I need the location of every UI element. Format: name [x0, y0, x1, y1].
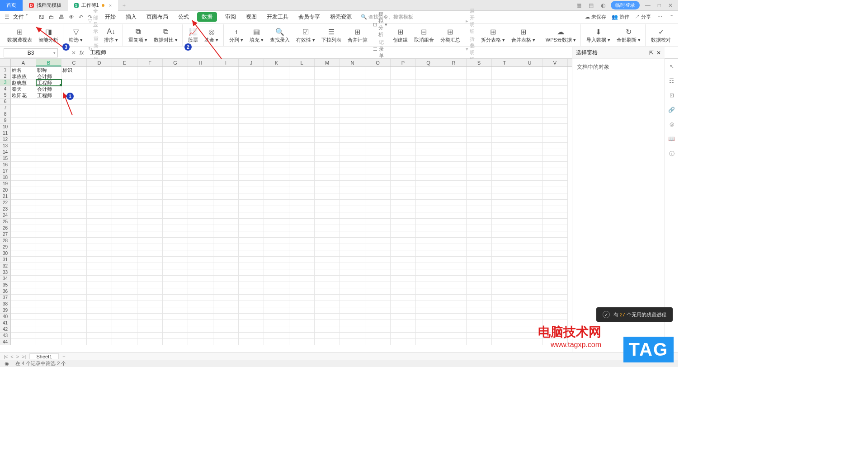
cell[interactable] — [264, 288, 289, 295]
cell[interactable] — [441, 193, 467, 200]
cell[interactable] — [289, 187, 315, 193]
cell[interactable] — [416, 124, 441, 130]
cell[interactable] — [112, 73, 137, 80]
cell[interactable] — [391, 124, 416, 130]
cell[interactable] — [542, 295, 568, 301]
cell[interactable] — [315, 149, 340, 155]
cell[interactable] — [264, 124, 289, 130]
cell[interactable] — [163, 231, 188, 238]
cell[interactable]: 工程师 — [36, 80, 61, 86]
cell[interactable] — [188, 250, 213, 257]
cell[interactable] — [492, 80, 517, 86]
cell[interactable] — [441, 67, 467, 73]
cell[interactable] — [340, 174, 365, 181]
cell[interactable] — [163, 155, 188, 162]
cell[interactable] — [542, 219, 568, 225]
cell[interactable] — [188, 314, 213, 320]
cell[interactable] — [441, 130, 467, 136]
cell[interactable] — [391, 339, 416, 345]
cell[interactable] — [163, 333, 188, 339]
cell[interactable] — [239, 276, 264, 282]
cell[interactable] — [517, 301, 542, 307]
cell[interactable] — [112, 162, 137, 168]
cell[interactable] — [239, 301, 264, 307]
cell[interactable] — [467, 320, 492, 326]
cell[interactable] — [467, 314, 492, 320]
cell[interactable] — [416, 73, 441, 80]
cell[interactable] — [36, 238, 61, 244]
cell[interactable] — [517, 200, 542, 206]
cell[interactable] — [492, 257, 517, 263]
cell[interactable] — [365, 212, 391, 219]
cell[interactable] — [61, 99, 87, 105]
cell[interactable] — [315, 136, 340, 143]
cell[interactable] — [416, 212, 441, 219]
cell[interactable] — [239, 238, 264, 244]
cell[interactable] — [188, 301, 213, 307]
cell[interactable] — [340, 238, 365, 244]
cell[interactable] — [61, 162, 87, 168]
cell[interactable] — [188, 92, 213, 99]
cell[interactable] — [315, 67, 340, 73]
cell[interactable] — [137, 250, 163, 257]
cell[interactable] — [61, 339, 87, 345]
cell[interactable] — [365, 200, 391, 206]
cell[interactable] — [137, 200, 163, 206]
cell[interactable] — [542, 282, 568, 288]
cell[interactable] — [416, 339, 441, 345]
cell[interactable] — [264, 212, 289, 219]
cell[interactable] — [416, 301, 441, 307]
cell[interactable] — [391, 181, 416, 187]
cell[interactable] — [61, 326, 87, 333]
cell[interactable] — [492, 295, 517, 301]
row-header[interactable]: 17 — [0, 168, 11, 174]
cell[interactable] — [340, 118, 365, 124]
cell[interactable] — [315, 244, 340, 250]
cell[interactable] — [467, 282, 492, 288]
cell[interactable] — [112, 276, 137, 282]
cell[interactable] — [467, 143, 492, 149]
cell[interactable] — [340, 86, 365, 92]
cell[interactable] — [315, 219, 340, 225]
cell[interactable] — [36, 143, 61, 149]
cell[interactable] — [61, 263, 87, 269]
cell[interactable] — [11, 288, 36, 295]
cell[interactable] — [188, 263, 213, 269]
cell[interactable] — [441, 244, 467, 250]
cell[interactable] — [112, 238, 137, 244]
cell[interactable] — [365, 282, 391, 288]
ungroup-button[interactable]: ⊟取消组合 — [411, 24, 437, 46]
cell[interactable] — [264, 333, 289, 339]
record-macro-icon[interactable]: ◉ — [5, 361, 9, 367]
cell[interactable] — [213, 174, 239, 181]
cell[interactable] — [340, 162, 365, 168]
cell[interactable] — [467, 263, 492, 269]
cell[interactable] — [542, 231, 568, 238]
cell[interactable] — [441, 200, 467, 206]
cell[interactable] — [163, 276, 188, 282]
cell[interactable] — [213, 105, 239, 111]
cell[interactable] — [441, 282, 467, 288]
cell[interactable] — [112, 250, 137, 257]
select-all-corner[interactable] — [0, 59, 11, 66]
row-header[interactable]: 13 — [0, 143, 11, 149]
cell[interactable] — [416, 263, 441, 269]
cell[interactable] — [542, 307, 568, 314]
menu-tab-9[interactable]: 稻壳资源 — [328, 12, 354, 22]
cell[interactable] — [492, 339, 517, 345]
cell[interactable] — [239, 288, 264, 295]
cell[interactable] — [416, 307, 441, 314]
cell[interactable] — [213, 212, 239, 219]
fx-icon[interactable]: fx — [80, 50, 84, 56]
cell[interactable] — [87, 174, 112, 181]
cell[interactable] — [61, 276, 87, 282]
cell[interactable] — [340, 187, 365, 193]
cell[interactable] — [137, 282, 163, 288]
cell[interactable] — [467, 219, 492, 225]
cell[interactable] — [11, 206, 36, 212]
cell[interactable] — [315, 99, 340, 105]
cell[interactable] — [492, 193, 517, 200]
cell[interactable] — [163, 67, 188, 73]
col-header[interactable]: G — [163, 59, 188, 66]
cell[interactable] — [163, 263, 188, 269]
